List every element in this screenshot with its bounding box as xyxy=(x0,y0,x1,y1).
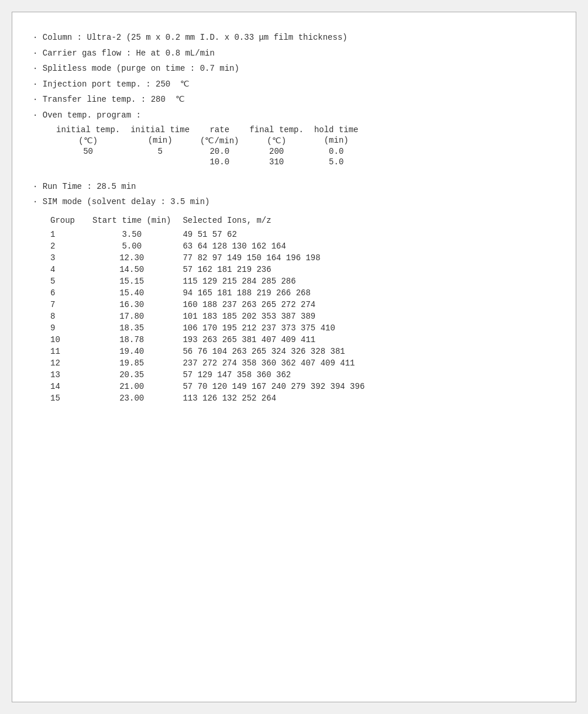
sim-table-row: 25.0063 64 128 130 162 164 xyxy=(50,240,376,252)
oven-row1-col2: 5 xyxy=(130,146,200,157)
sim-ions-14: 57 70 120 149 167 240 279 392 394 396 xyxy=(183,381,376,392)
sim-start-time-2: 5.00 xyxy=(87,240,183,252)
sim-header-selected-ions: Selected Ions, m/z xyxy=(183,215,376,229)
sim-group-1: 1 xyxy=(50,229,87,240)
sim-start-time-8: 17.80 xyxy=(87,311,183,322)
sim-group-5: 5 xyxy=(50,275,87,287)
oven-header-2-col5: (min) xyxy=(314,135,369,146)
oven-header-1-col5: hold time xyxy=(314,125,369,135)
sim-ions-4: 57 162 181 219 236 xyxy=(183,264,376,275)
sim-table-row: 918.35106 170 195 212 237 373 375 410 xyxy=(50,322,376,334)
line-injection: · Injection port temp. : 250 ℃ xyxy=(33,77,555,92)
sim-table-row: 414.5057 162 181 219 236 xyxy=(50,264,376,275)
oven-header-1-col4: final temp. xyxy=(249,125,314,135)
sim-start-time-6: 15.40 xyxy=(87,287,183,299)
sim-start-time-7: 16.30 xyxy=(87,299,183,311)
line-sim-mode: · SIM mode (solvent delay : 3.5 min) xyxy=(33,194,555,210)
sim-group-9: 9 xyxy=(50,322,87,334)
sim-ions-12: 237 272 274 358 360 362 407 409 411 xyxy=(183,357,376,369)
oven-header-2-col1: (℃) xyxy=(56,135,130,146)
sim-ions-1: 49 51 57 62 xyxy=(183,229,376,240)
sim-start-time-10: 18.78 xyxy=(87,334,183,346)
sim-start-time-5: 15.15 xyxy=(87,275,183,287)
line-column: · Column : Ultra-2 (25 m x 0.2 mm I.D. x… xyxy=(33,30,555,46)
sim-group-14: 14 xyxy=(50,381,87,392)
sim-table-row: 1320.3557 129 147 358 360 362 xyxy=(50,369,376,381)
line-carrier: · Carrier gas flow : He at 0.8 mL/min xyxy=(33,46,555,61)
sim-table-row: 615.4094 165 181 188 219 266 268 xyxy=(50,287,376,299)
line-run-time: · Run Time : 28.5 min xyxy=(33,179,555,195)
sim-start-time-4: 14.50 xyxy=(87,264,183,275)
sim-ions-3: 77 82 97 149 150 164 196 198 xyxy=(183,252,376,264)
sim-table-row: 817.80101 183 185 202 353 387 389 xyxy=(50,311,376,322)
sim-ions-9: 106 170 195 212 237 373 375 410 xyxy=(183,322,376,334)
sim-group-8: 8 xyxy=(50,311,87,322)
sim-header-start-time: Start time (min) xyxy=(87,215,183,229)
sim-ions-2: 63 64 128 130 162 164 xyxy=(183,240,376,252)
sim-ions-7: 160 188 237 263 265 272 274 xyxy=(183,299,376,311)
sim-ions-10: 193 263 265 381 407 409 411 xyxy=(183,334,376,346)
sim-start-time-1: 3.50 xyxy=(87,229,183,240)
line-transfer: · Transfer line temp. : 280 ℃ xyxy=(33,92,555,108)
oven-row2-col5: 5.0 xyxy=(314,157,369,167)
sim-table-row: 515.15115 129 215 284 285 286 xyxy=(50,275,376,287)
oven-header-2-col4: (℃) xyxy=(249,135,314,146)
oven-row2-col4: 310 xyxy=(249,157,314,167)
sim-start-time-14: 21.00 xyxy=(87,381,183,392)
oven-row1-col4: 200 xyxy=(249,146,314,157)
sim-table-row: 13.5049 51 57 62 xyxy=(50,229,376,240)
sim-group-12: 12 xyxy=(50,357,87,369)
sim-group-7: 7 xyxy=(50,299,87,311)
oven-header-2-col3: (℃/min) xyxy=(200,135,249,146)
sim-ions-8: 101 183 185 202 353 387 389 xyxy=(183,311,376,322)
sim-group-4: 4 xyxy=(50,264,87,275)
sim-group-2: 2 xyxy=(50,240,87,252)
sim-group-10: 10 xyxy=(50,334,87,346)
sim-table-row: 716.30160 188 237 263 265 272 274 xyxy=(50,299,376,311)
sim-table-row: 1219.85237 272 274 358 360 362 407 409 4… xyxy=(50,357,376,369)
oven-table: initial temp. initial time rate final te… xyxy=(56,125,555,167)
line-splitless: · Splitless mode (purge on time : 0.7 mi… xyxy=(33,61,555,77)
sim-table-row: 1018.78193 263 265 381 407 409 411 xyxy=(50,334,376,346)
sim-group-15: 15 xyxy=(50,392,87,404)
oven-row1-col1: 50 xyxy=(56,146,130,157)
oven-header-1-col3: rate xyxy=(200,125,249,135)
oven-header-2-col2: (min) xyxy=(130,135,200,146)
oven-header-1-col1: initial temp. xyxy=(56,125,130,135)
sim-group-11: 11 xyxy=(50,346,87,357)
sim-start-time-12: 19.85 xyxy=(87,357,183,369)
oven-row2-col1 xyxy=(56,157,130,167)
sim-start-time-9: 18.35 xyxy=(87,322,183,334)
oven-row1-col5: 0.0 xyxy=(314,146,369,157)
line-oven: · Oven temp. program : xyxy=(33,108,555,123)
sim-table-row: 312.3077 82 97 149 150 164 196 198 xyxy=(50,252,376,264)
sim-group-6: 6 xyxy=(50,287,87,299)
main-container: · Column : Ultra-2 (25 m x 0.2 mm I.D. x… xyxy=(12,12,576,702)
sim-table: Group Start time (min) Selected Ions, m/… xyxy=(50,215,555,404)
sim-table-row: 1523.00113 126 132 252 264 xyxy=(50,392,376,404)
sim-ions-11: 56 76 104 263 265 324 326 328 381 xyxy=(183,346,376,357)
sim-start-time-11: 19.40 xyxy=(87,346,183,357)
sim-ions-13: 57 129 147 358 360 362 xyxy=(183,369,376,381)
oven-header-1-col2: initial time xyxy=(130,125,200,135)
sim-table-row: 1119.4056 76 104 263 265 324 326 328 381 xyxy=(50,346,376,357)
sim-start-time-3: 12.30 xyxy=(87,252,183,264)
sim-table-row: 1421.0057 70 120 149 167 240 279 392 394… xyxy=(50,381,376,392)
sim-start-time-15: 23.00 xyxy=(87,392,183,404)
sim-ions-6: 94 165 181 188 219 266 268 xyxy=(183,287,376,299)
oven-row2-col3: 10.0 xyxy=(200,157,249,167)
sim-header-group: Group xyxy=(50,215,87,229)
oven-row1-col3: 20.0 xyxy=(200,146,249,157)
sim-ions-5: 115 129 215 284 285 286 xyxy=(183,275,376,287)
oven-row2-col2 xyxy=(130,157,200,167)
sim-ions-15: 113 126 132 252 264 xyxy=(183,392,376,404)
sim-group-3: 3 xyxy=(50,252,87,264)
sim-group-13: 13 xyxy=(50,369,87,381)
sim-start-time-13: 20.35 xyxy=(87,369,183,381)
